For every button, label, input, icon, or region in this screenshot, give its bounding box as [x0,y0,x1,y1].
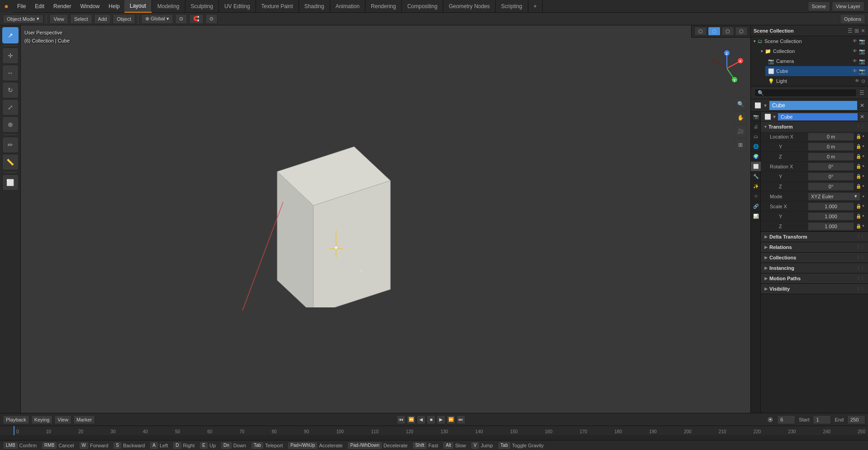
tab-texture-paint[interactable]: Texture Paint [256,0,299,13]
pan-tool[interactable]: ✋ [734,111,747,124]
scale-y-value[interactable]: 1.000 [808,212,854,220]
transform-header[interactable]: ▾ Transform ⋮⋮ [761,122,868,132]
measure-tool[interactable]: 📏 [2,154,19,170]
keyframe-dot[interactable]: ● [862,214,864,219]
keyframe-dot[interactable]: ● [862,144,864,149]
viewport-shading-material[interactable]: ⬡ [721,27,734,36]
menu-edit[interactable]: Edit [30,0,49,13]
lock-icon[interactable]: 🔒 [856,134,861,139]
location-y-value[interactable]: 0 m [808,143,854,151]
options-btn[interactable]: Options [840,14,865,24]
marker-btn[interactable]: Marker [73,415,95,424]
select-menu[interactable]: Select [70,14,92,24]
outliner-view-icon[interactable]: ⊞ [854,28,859,34]
tab-object[interactable]: ⬜ [751,162,761,172]
scale-tool[interactable]: ⤢ [2,99,19,115]
camera-render-icon[interactable]: 📷 [859,38,865,44]
camera-render-icon[interactable]: 📷 [859,58,865,64]
transform-tool[interactable]: ⊕ [2,116,19,133]
blender-logo[interactable]: ● [0,0,13,13]
viewport-shading-wire[interactable]: ⬡ [694,27,707,36]
lock-icon[interactable]: 🔒 [856,214,861,219]
tab-layout[interactable]: Layout [124,0,152,13]
menu-window[interactable]: Window [76,0,104,13]
add-menu[interactable]: Add [94,14,111,24]
select-tool[interactable]: ↗ [2,27,19,43]
cursor-tool[interactable]: ✛ [2,48,19,64]
camera-render-icon[interactable]: 📷 [859,48,865,54]
jump-end-btn[interactable]: ⏭ [456,415,465,424]
keyframe-dot[interactable]: ● [862,154,864,159]
view-layer-select[interactable]: View Layer [832,1,864,11]
outliner-close-icon[interactable]: ✕ [861,28,865,34]
tab-add[interactable]: + [528,0,543,13]
keyframe-dot[interactable]: ● [862,194,864,198]
orientation-gizmo[interactable]: Z X Y [709,50,745,86]
camera-render-icon[interactable]: 📷 [859,68,865,74]
keying-btn[interactable]: Keying [31,415,53,424]
view-btn[interactable]: View [54,415,71,424]
menu-help[interactable]: Help [104,0,124,13]
start-frame-input[interactable]: 1 [813,415,831,424]
data-dropdown[interactable]: ▾ [773,114,776,120]
motion-paths-header[interactable]: ▶ Motion Paths ⋮⋮ [761,273,868,283]
filter-icon[interactable]: ☰ [859,90,864,96]
tab-compositing[interactable]: Compositing [402,0,443,13]
transform-dropdown[interactable]: ⊕ Global ▾ [141,14,173,24]
object-menu[interactable]: Object [113,14,135,24]
tab-render[interactable]: 📷 [751,112,761,122]
play-reverse-btn[interactable]: ◀ [417,415,426,424]
lock-icon[interactable]: 🔒 [856,184,861,189]
object-type-dropdown[interactable]: ▾ [764,102,767,109]
tab-output[interactable]: 🖨 [751,122,761,132]
rotation-y-value[interactable]: 0° [808,172,854,181]
properties-search[interactable] [754,89,857,97]
visibility-icon[interactable]: 👁 [853,38,857,44]
annotate-tool[interactable]: ✏ [2,137,19,153]
object-name-input[interactable]: Cube [769,101,857,110]
relations-header[interactable]: ▶ Relations ⋮⋮ [761,242,868,252]
delta-transform-header[interactable]: ▶ Delta Transform ⋮⋮ [761,232,868,242]
add-cube-tool[interactable]: ⬜ [2,174,19,191]
snap-btn[interactable]: 🧲 [189,14,204,24]
tab-scene[interactable]: 🌐 [751,142,761,152]
stop-btn[interactable]: ■ [427,415,436,424]
data-close[interactable]: ✕ [860,114,864,120]
viewport-shading-solid[interactable]: ⬡ [708,27,721,36]
outliner-scene-collection[interactable]: ▾ 🗂 Scene Collection 👁 📷 [751,36,868,46]
scale-x-value[interactable]: 1.000 [808,202,854,211]
timeline-ruler[interactable]: 0 10 20 30 40 50 60 70 80 90 100 110 120… [0,426,868,435]
mode-value[interactable]: XYZ Euler ▾ [808,192,860,201]
rotation-x-value[interactable]: 0° [808,163,854,171]
keyframe-dot[interactable]: ● [862,184,864,189]
outliner-collection[interactable]: ▾ 📁 Collection 👁 📷 [758,46,868,56]
scale-z-value[interactable]: 1.000 [808,222,854,230]
instancing-header[interactable]: ▶ Instancing ⋮⋮ [761,263,868,273]
tab-shading[interactable]: Shading [299,0,330,13]
pivot-btn[interactable]: ⊙ [175,14,187,24]
rotate-tool[interactable]: ↻ [2,82,19,98]
end-frame-input[interactable]: 250 [847,415,865,424]
move-tool[interactable]: ↔ [2,65,19,81]
data-name-value[interactable]: Cube [778,113,858,121]
collections-header[interactable]: ▶ Collections ⋮⋮ [761,253,868,263]
zoom-tool[interactable]: 🔍 [734,98,747,110]
light-dot-icon[interactable]: ⊙ [861,78,865,84]
menu-render[interactable]: Render [49,0,76,13]
object-name-close[interactable]: ✕ [860,102,864,109]
visibility-icon[interactable]: 👁 [853,58,857,64]
current-frame-input[interactable]: 6 [777,415,795,424]
view-menu[interactable]: View [49,14,68,24]
rotation-z-value[interactable]: 0° [808,182,854,191]
keyframe-dot[interactable]: ● [862,134,864,139]
outliner-light[interactable]: 💡 Light 👁 ⊙ [765,76,868,86]
lock-icon[interactable]: 🔒 [856,164,861,169]
location-z-value[interactable]: 0 m [808,153,854,161]
tab-geometry-nodes[interactable]: Geometry Nodes [443,0,496,13]
visibility-icon[interactable]: 👁 [853,48,857,54]
visibility-icon[interactable]: 👁 [853,68,857,74]
tab-particles[interactable]: ✨ [751,182,761,191]
viewport-3d[interactable]: User Perspective (6) Collection | Cube Z… [21,25,750,413]
tab-animation[interactable]: Animation [330,0,365,13]
keyframe-dot[interactable]: ● [862,174,864,179]
